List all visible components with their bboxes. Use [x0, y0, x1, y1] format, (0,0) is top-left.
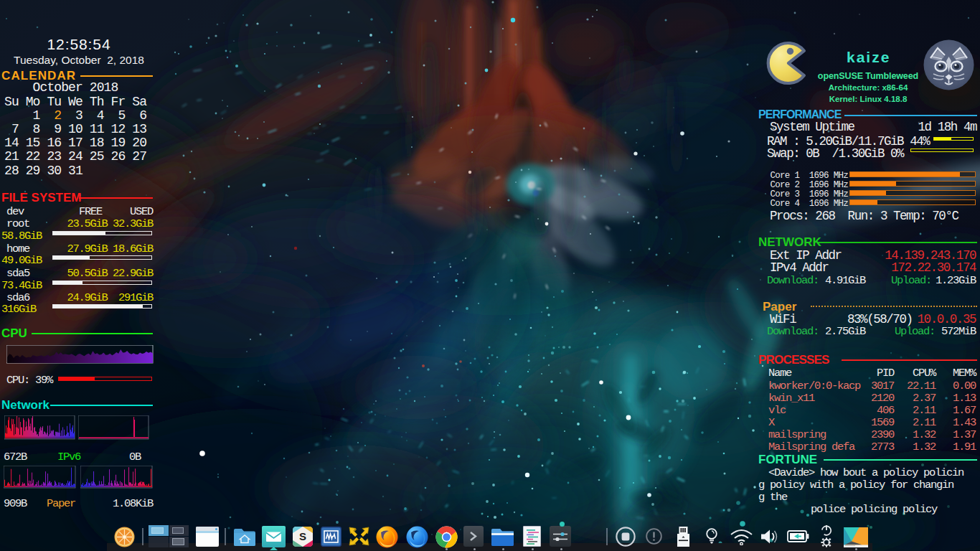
- svg-text:S: S: [299, 530, 306, 542]
